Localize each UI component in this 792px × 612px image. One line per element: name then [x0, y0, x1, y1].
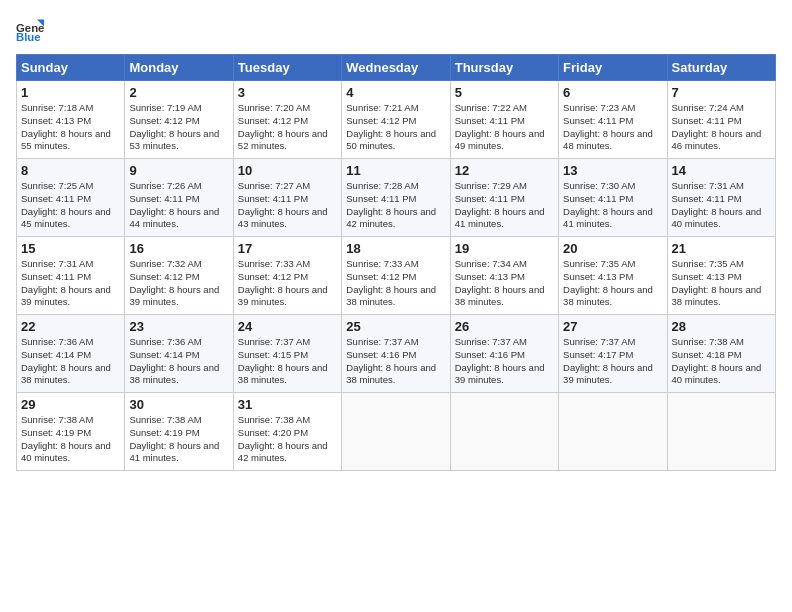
calendar-table: SundayMondayTuesdayWednesdayThursdayFrid… — [16, 54, 776, 471]
cell-content: Sunrise: 7:36 AMSunset: 4:14 PMDaylight:… — [129, 336, 219, 385]
cell-content: Sunrise: 7:32 AMSunset: 4:12 PMDaylight:… — [129, 258, 219, 307]
day-header-friday: Friday — [559, 55, 667, 81]
calendar-cell: 10 Sunrise: 7:27 AMSunset: 4:11 PMDaylig… — [233, 159, 341, 237]
day-number: 6 — [563, 85, 662, 100]
calendar-cell: 21 Sunrise: 7:35 AMSunset: 4:13 PMDaylig… — [667, 237, 775, 315]
calendar-cell: 27 Sunrise: 7:37 AMSunset: 4:17 PMDaylig… — [559, 315, 667, 393]
calendar-cell: 17 Sunrise: 7:33 AMSunset: 4:12 PMDaylig… — [233, 237, 341, 315]
calendar-cell: 22 Sunrise: 7:36 AMSunset: 4:14 PMDaylig… — [17, 315, 125, 393]
day-number: 10 — [238, 163, 337, 178]
day-number: 9 — [129, 163, 228, 178]
day-number: 29 — [21, 397, 120, 412]
calendar-cell: 12 Sunrise: 7:29 AMSunset: 4:11 PMDaylig… — [450, 159, 558, 237]
day-number: 4 — [346, 85, 445, 100]
calendar-cell: 30 Sunrise: 7:38 AMSunset: 4:19 PMDaylig… — [125, 393, 233, 471]
day-number: 20 — [563, 241, 662, 256]
days-header-row: SundayMondayTuesdayWednesdayThursdayFrid… — [17, 55, 776, 81]
day-header-monday: Monday — [125, 55, 233, 81]
calendar-cell: 9 Sunrise: 7:26 AMSunset: 4:11 PMDayligh… — [125, 159, 233, 237]
calendar-cell: 4 Sunrise: 7:21 AMSunset: 4:12 PMDayligh… — [342, 81, 450, 159]
cell-content: Sunrise: 7:24 AMSunset: 4:11 PMDaylight:… — [672, 102, 762, 151]
calendar-cell: 31 Sunrise: 7:38 AMSunset: 4:20 PMDaylig… — [233, 393, 341, 471]
calendar-cell: 1 Sunrise: 7:18 AMSunset: 4:13 PMDayligh… — [17, 81, 125, 159]
calendar-cell: 25 Sunrise: 7:37 AMSunset: 4:16 PMDaylig… — [342, 315, 450, 393]
day-number: 5 — [455, 85, 554, 100]
calendar-cell: 15 Sunrise: 7:31 AMSunset: 4:11 PMDaylig… — [17, 237, 125, 315]
day-number: 17 — [238, 241, 337, 256]
cell-content: Sunrise: 7:35 AMSunset: 4:13 PMDaylight:… — [672, 258, 762, 307]
cell-content: Sunrise: 7:34 AMSunset: 4:13 PMDaylight:… — [455, 258, 545, 307]
calendar-page: General Blue SundayMondayTuesdayWednesda… — [0, 0, 792, 612]
logo-icon: General Blue — [16, 16, 44, 44]
day-number: 14 — [672, 163, 771, 178]
calendar-cell: 2 Sunrise: 7:19 AMSunset: 4:12 PMDayligh… — [125, 81, 233, 159]
calendar-cell: 5 Sunrise: 7:22 AMSunset: 4:11 PMDayligh… — [450, 81, 558, 159]
day-number: 24 — [238, 319, 337, 334]
day-number: 27 — [563, 319, 662, 334]
calendar-cell — [667, 393, 775, 471]
header: General Blue — [16, 16, 776, 44]
cell-content: Sunrise: 7:22 AMSunset: 4:11 PMDaylight:… — [455, 102, 545, 151]
cell-content: Sunrise: 7:37 AMSunset: 4:17 PMDaylight:… — [563, 336, 653, 385]
week-row-4: 22 Sunrise: 7:36 AMSunset: 4:14 PMDaylig… — [17, 315, 776, 393]
calendar-cell: 18 Sunrise: 7:33 AMSunset: 4:12 PMDaylig… — [342, 237, 450, 315]
cell-content: Sunrise: 7:26 AMSunset: 4:11 PMDaylight:… — [129, 180, 219, 229]
cell-content: Sunrise: 7:38 AMSunset: 4:19 PMDaylight:… — [21, 414, 111, 463]
day-number: 28 — [672, 319, 771, 334]
day-number: 16 — [129, 241, 228, 256]
cell-content: Sunrise: 7:37 AMSunset: 4:15 PMDaylight:… — [238, 336, 328, 385]
calendar-cell — [559, 393, 667, 471]
calendar-cell: 29 Sunrise: 7:38 AMSunset: 4:19 PMDaylig… — [17, 393, 125, 471]
cell-content: Sunrise: 7:28 AMSunset: 4:11 PMDaylight:… — [346, 180, 436, 229]
day-number: 22 — [21, 319, 120, 334]
week-row-1: 1 Sunrise: 7:18 AMSunset: 4:13 PMDayligh… — [17, 81, 776, 159]
day-number: 2 — [129, 85, 228, 100]
week-row-5: 29 Sunrise: 7:38 AMSunset: 4:19 PMDaylig… — [17, 393, 776, 471]
cell-content: Sunrise: 7:18 AMSunset: 4:13 PMDaylight:… — [21, 102, 111, 151]
week-row-2: 8 Sunrise: 7:25 AMSunset: 4:11 PMDayligh… — [17, 159, 776, 237]
calendar-cell: 6 Sunrise: 7:23 AMSunset: 4:11 PMDayligh… — [559, 81, 667, 159]
day-header-sunday: Sunday — [17, 55, 125, 81]
calendar-cell: 26 Sunrise: 7:37 AMSunset: 4:16 PMDaylig… — [450, 315, 558, 393]
cell-content: Sunrise: 7:20 AMSunset: 4:12 PMDaylight:… — [238, 102, 328, 151]
day-number: 19 — [455, 241, 554, 256]
calendar-cell: 8 Sunrise: 7:25 AMSunset: 4:11 PMDayligh… — [17, 159, 125, 237]
day-number: 18 — [346, 241, 445, 256]
day-number: 21 — [672, 241, 771, 256]
calendar-cell: 16 Sunrise: 7:32 AMSunset: 4:12 PMDaylig… — [125, 237, 233, 315]
day-number: 30 — [129, 397, 228, 412]
day-header-tuesday: Tuesday — [233, 55, 341, 81]
day-number: 26 — [455, 319, 554, 334]
day-number: 23 — [129, 319, 228, 334]
day-header-saturday: Saturday — [667, 55, 775, 81]
day-number: 1 — [21, 85, 120, 100]
cell-content: Sunrise: 7:23 AMSunset: 4:11 PMDaylight:… — [563, 102, 653, 151]
day-number: 25 — [346, 319, 445, 334]
calendar-cell: 20 Sunrise: 7:35 AMSunset: 4:13 PMDaylig… — [559, 237, 667, 315]
cell-content: Sunrise: 7:38 AMSunset: 4:18 PMDaylight:… — [672, 336, 762, 385]
svg-text:Blue: Blue — [16, 31, 41, 43]
cell-content: Sunrise: 7:19 AMSunset: 4:12 PMDaylight:… — [129, 102, 219, 151]
calendar-cell: 11 Sunrise: 7:28 AMSunset: 4:11 PMDaylig… — [342, 159, 450, 237]
calendar-cell: 14 Sunrise: 7:31 AMSunset: 4:11 PMDaylig… — [667, 159, 775, 237]
calendar-cell — [450, 393, 558, 471]
calendar-cell: 3 Sunrise: 7:20 AMSunset: 4:12 PMDayligh… — [233, 81, 341, 159]
day-number: 13 — [563, 163, 662, 178]
logo: General Blue — [16, 16, 44, 44]
cell-content: Sunrise: 7:33 AMSunset: 4:12 PMDaylight:… — [238, 258, 328, 307]
calendar-cell: 23 Sunrise: 7:36 AMSunset: 4:14 PMDaylig… — [125, 315, 233, 393]
cell-content: Sunrise: 7:31 AMSunset: 4:11 PMDaylight:… — [672, 180, 762, 229]
day-number: 15 — [21, 241, 120, 256]
cell-content: Sunrise: 7:27 AMSunset: 4:11 PMDaylight:… — [238, 180, 328, 229]
week-row-3: 15 Sunrise: 7:31 AMSunset: 4:11 PMDaylig… — [17, 237, 776, 315]
cell-content: Sunrise: 7:35 AMSunset: 4:13 PMDaylight:… — [563, 258, 653, 307]
cell-content: Sunrise: 7:33 AMSunset: 4:12 PMDaylight:… — [346, 258, 436, 307]
day-header-wednesday: Wednesday — [342, 55, 450, 81]
cell-content: Sunrise: 7:37 AMSunset: 4:16 PMDaylight:… — [455, 336, 545, 385]
cell-content: Sunrise: 7:36 AMSunset: 4:14 PMDaylight:… — [21, 336, 111, 385]
day-number: 8 — [21, 163, 120, 178]
day-number: 3 — [238, 85, 337, 100]
calendar-cell: 7 Sunrise: 7:24 AMSunset: 4:11 PMDayligh… — [667, 81, 775, 159]
day-header-thursday: Thursday — [450, 55, 558, 81]
day-number: 7 — [672, 85, 771, 100]
